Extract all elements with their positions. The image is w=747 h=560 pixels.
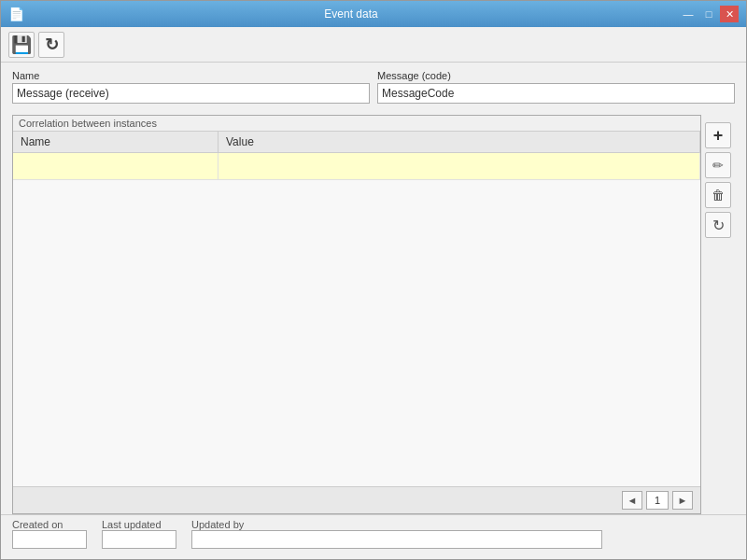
- refresh-icon: ↻: [45, 35, 59, 55]
- created-on-label: Created on: [12, 519, 87, 530]
- sidebar-actions: + ✏ 🗑 ↻: [701, 115, 735, 514]
- edit-button[interactable]: ✏: [705, 152, 731, 178]
- updated-by-label: Updated by: [191, 519, 602, 530]
- maximize-button[interactable]: □: [699, 6, 718, 22]
- last-updated-group: Last updated: [102, 519, 176, 549]
- form-row-1: Name Message (code): [12, 70, 735, 104]
- last-updated-label: Last updated: [102, 519, 176, 530]
- save-icon: 💾: [11, 35, 32, 55]
- name-label: Name: [12, 70, 370, 81]
- message-code-group: Message (code): [377, 70, 735, 104]
- main-window: 📄 Event data — □ ✕ 💾 ↻ Name Message (cod…: [0, 0, 747, 560]
- add-icon: +: [713, 126, 724, 146]
- pagination-bar: ◄ 1 ►: [13, 486, 700, 513]
- table-body: [13, 153, 700, 486]
- created-on-group: Created on: [12, 519, 87, 549]
- window-controls: — □ ✕: [679, 6, 739, 22]
- window-icon: 📄: [8, 7, 23, 21]
- next-page-button[interactable]: ►: [672, 491, 693, 510]
- close-button[interactable]: ✕: [720, 6, 739, 22]
- table-cell-name: [13, 153, 218, 179]
- minimize-button[interactable]: —: [679, 6, 698, 22]
- content-with-sidebar: Correlation between instances Name Value…: [12, 115, 735, 514]
- message-code-input[interactable]: [377, 83, 735, 104]
- main-content: Correlation between instances Name Value…: [1, 115, 746, 514]
- form-area: Name Message (code): [1, 63, 746, 115]
- name-group: Name: [12, 70, 370, 104]
- refresh-table-button[interactable]: ↻: [705, 212, 731, 238]
- window-title: Event data: [23, 7, 679, 21]
- delete-button[interactable]: 🗑: [705, 182, 731, 208]
- page-number: 1: [646, 491, 669, 510]
- title-bar: 📄 Event data — □ ✕: [1, 1, 746, 27]
- updated-by-group: Updated by: [191, 519, 602, 549]
- toolbar: 💾 ↻: [1, 27, 746, 63]
- prev-page-button[interactable]: ◄: [622, 491, 642, 510]
- delete-icon: 🗑: [712, 188, 725, 203]
- edit-icon: ✏: [712, 158, 724, 173]
- column-value-header: Value: [218, 132, 700, 152]
- save-button[interactable]: 💾: [8, 32, 35, 58]
- table-row[interactable]: [13, 153, 700, 180]
- correlation-legend: Correlation between instances: [13, 116, 700, 132]
- updated-by-input: [191, 530, 602, 549]
- name-input[interactable]: [12, 83, 370, 104]
- table-container: Name Value ◄ 1 ►: [13, 132, 700, 513]
- table-header: Name Value: [13, 132, 700, 153]
- refresh-table-icon: ↻: [712, 217, 725, 234]
- status-bar: Created on Last updated Updated by: [1, 514, 746, 559]
- table-cell-value: [218, 153, 700, 179]
- last-updated-input: [102, 530, 176, 549]
- column-name-header: Name: [13, 132, 218, 152]
- refresh-button[interactable]: ↻: [38, 32, 64, 58]
- add-button[interactable]: +: [705, 122, 731, 148]
- created-on-input: [12, 530, 87, 549]
- correlation-panel: Correlation between instances Name Value…: [12, 115, 701, 514]
- message-code-label: Message (code): [377, 70, 735, 81]
